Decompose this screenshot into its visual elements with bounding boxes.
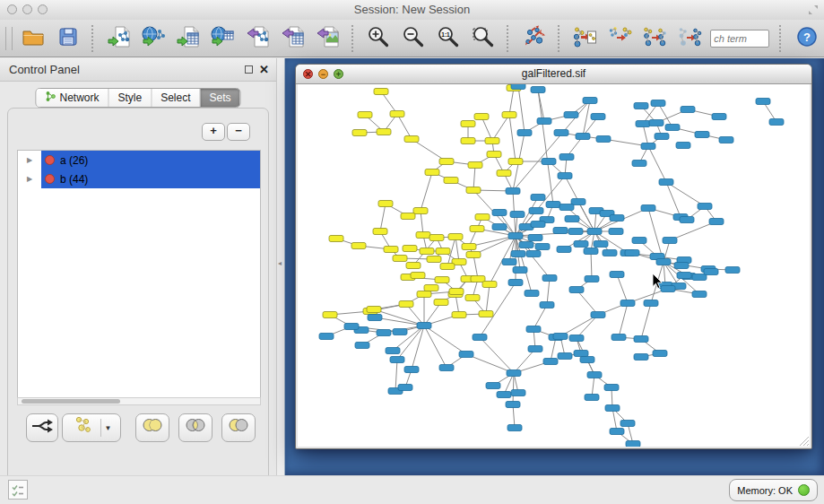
network-node[interactable] [444, 178, 458, 184]
network-node[interactable] [651, 100, 665, 107]
network-node[interactable] [440, 264, 455, 270]
network-node[interactable] [436, 248, 450, 255]
zoom-one-to-one-button[interactable]: 1:1 [431, 22, 466, 55]
network-node[interactable] [611, 335, 626, 341]
network-node[interactable] [510, 212, 525, 218]
network-node[interactable] [492, 210, 507, 216]
network-node[interactable] [610, 215, 624, 222]
network-node[interactable] [596, 136, 611, 143]
network-node[interactable] [719, 137, 733, 143]
network-node[interactable] [525, 291, 539, 297]
network-node[interactable] [769, 119, 784, 126]
network-node[interactable] [605, 405, 620, 412]
network-node[interactable] [344, 324, 359, 330]
network-node[interactable] [424, 285, 438, 291]
network-node[interactable] [535, 244, 550, 250]
resize-grip-icon[interactable] [799, 436, 810, 447]
network-node[interactable] [632, 238, 646, 244]
network-node[interactable] [537, 118, 551, 125]
network-node[interactable] [587, 372, 602, 378]
network-node[interactable] [542, 159, 556, 165]
network-node[interactable] [531, 195, 545, 201]
export-image-button[interactable] [310, 22, 345, 55]
network-node[interactable] [526, 326, 541, 333]
network-node[interactable] [511, 390, 525, 396]
network-node[interactable] [355, 343, 369, 349]
network-node[interactable] [439, 365, 454, 371]
network-node[interactable] [594, 241, 608, 248]
network-node[interactable] [529, 208, 543, 214]
network-node[interactable] [390, 111, 404, 117]
network-node[interactable] [564, 112, 578, 118]
network-node[interactable] [531, 87, 545, 93]
network-node[interactable] [576, 134, 590, 140]
chevron-down-icon[interactable]: ▼ [105, 424, 112, 432]
network-node[interactable] [403, 246, 417, 252]
network-node[interactable] [502, 112, 516, 118]
help-button[interactable]: ? [789, 22, 824, 55]
zoom-in-button[interactable] [361, 22, 396, 55]
network-node[interactable] [468, 162, 482, 169]
network-node[interactable] [653, 351, 667, 357]
network-node[interactable] [417, 323, 431, 329]
network-node[interactable] [461, 121, 475, 127]
network-node[interactable] [609, 229, 623, 235]
network-node[interactable] [661, 286, 675, 292]
network-node[interactable] [568, 229, 583, 235]
network-node[interactable] [487, 152, 501, 158]
network-node[interactable] [506, 188, 520, 195]
network-node[interactable] [393, 256, 407, 262]
memory-status-button[interactable]: Memory: OK [729, 479, 818, 501]
tab-select[interactable]: Select [151, 89, 199, 107]
tab-network[interactable]: Network [36, 89, 108, 107]
network-node[interactable] [674, 263, 689, 269]
network-node[interactable] [466, 187, 481, 194]
network-node[interactable] [459, 352, 473, 358]
network-node[interactable] [406, 263, 421, 269]
network-node[interactable] [585, 276, 599, 282]
panel-splitter[interactable]: ◂ [276, 58, 285, 475]
network-node[interactable] [659, 179, 673, 186]
network-node[interactable] [698, 204, 712, 210]
sets-list[interactable]: ▶a (26)▶b (44) [17, 150, 261, 404]
network-node[interactable] [497, 392, 511, 398]
network-node[interactable] [634, 103, 648, 109]
network-node[interactable] [475, 214, 490, 221]
network-node[interactable] [580, 357, 594, 363]
export-network-button[interactable] [241, 22, 276, 55]
network-node[interactable] [401, 213, 415, 220]
network-node[interactable] [420, 248, 434, 255]
network-graph[interactable] [298, 84, 810, 447]
network-node[interactable] [434, 300, 448, 306]
network-node[interactable] [507, 370, 521, 377]
network-node[interactable] [386, 348, 400, 354]
network-node[interactable] [526, 251, 541, 257]
network-node[interactable] [610, 429, 624, 435]
network-node[interactable] [626, 441, 640, 448]
network-node[interactable] [553, 334, 568, 340]
network-node[interactable] [398, 385, 412, 391]
network-node[interactable] [540, 302, 554, 308]
scrollbar-thumb[interactable] [22, 399, 120, 404]
float-panel-icon[interactable] [245, 65, 253, 74]
network-node[interactable] [367, 307, 381, 313]
export-table-button[interactable] [275, 22, 310, 55]
network-node[interactable] [692, 291, 707, 298]
network-node[interactable] [632, 161, 646, 167]
network-node[interactable] [569, 287, 584, 293]
network-node[interactable] [470, 226, 484, 232]
network-node[interactable] [583, 98, 597, 104]
network-node[interactable] [485, 138, 499, 144]
network-node[interactable] [677, 273, 691, 279]
network-node[interactable] [655, 134, 669, 140]
network-node[interactable] [756, 99, 770, 105]
network-node[interactable] [634, 336, 648, 343]
zoom-selected-button[interactable] [465, 22, 500, 55]
network-node[interactable] [620, 300, 635, 307]
network-node[interactable] [603, 250, 617, 256]
split-set-button[interactable] [26, 413, 58, 442]
network-node[interactable] [351, 243, 366, 249]
network-node[interactable] [574, 351, 588, 357]
network-node[interactable] [558, 173, 572, 179]
network-node[interactable] [384, 247, 398, 253]
